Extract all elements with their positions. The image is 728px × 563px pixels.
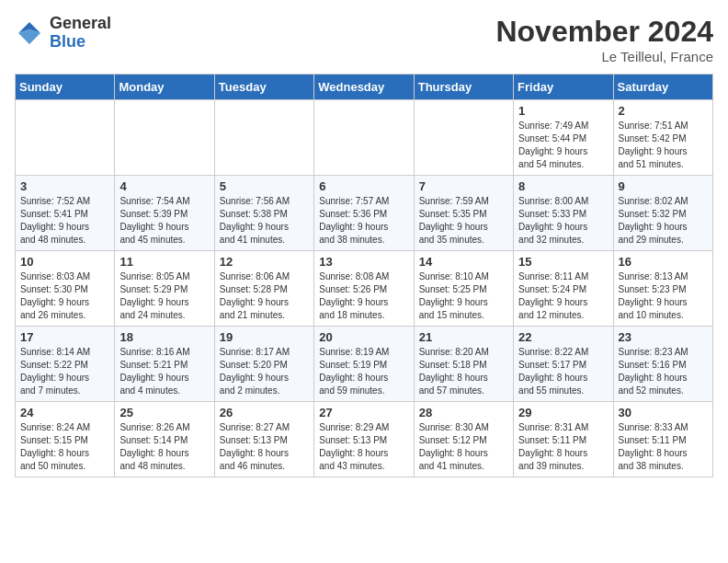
day-cell: 29Sunrise: 8:31 AM Sunset: 5:11 PM Dayli… — [514, 402, 613, 477]
day-cell: 11Sunrise: 8:05 AM Sunset: 5:29 PM Dayli… — [115, 251, 214, 327]
title-block: November 2024 Le Teilleul, France — [495, 15, 713, 64]
day-info: Sunrise: 8:10 AM Sunset: 5:25 PM Dayligh… — [419, 270, 508, 322]
day-number: 25 — [119, 406, 209, 419]
location: Le Teilleul, France — [495, 49, 713, 64]
day-number: 27 — [319, 406, 408, 419]
week-row-4: 17Sunrise: 8:14 AM Sunset: 5:22 PM Dayli… — [16, 327, 713, 402]
day-number: 15 — [518, 255, 608, 269]
day-cell — [214, 100, 313, 176]
day-info: Sunrise: 8:14 AM Sunset: 5:22 PM Dayligh… — [20, 346, 109, 397]
header-row: SundayMondayTuesdayWednesdayThursdayFrid… — [16, 75, 713, 100]
day-number: 17 — [20, 330, 109, 344]
day-number: 19 — [220, 330, 309, 344]
day-info: Sunrise: 8:05 AM Sunset: 5:29 PM Dayligh… — [119, 270, 209, 322]
logo: General Blue — [15, 15, 111, 52]
day-number: 20 — [319, 330, 408, 344]
day-cell: 6Sunrise: 7:57 AM Sunset: 5:36 PM Daylig… — [314, 176, 414, 251]
day-number: 18 — [119, 330, 209, 344]
day-number: 11 — [119, 255, 209, 269]
day-cell: 7Sunrise: 7:59 AM Sunset: 5:35 PM Daylig… — [414, 176, 513, 251]
day-cell: 16Sunrise: 8:13 AM Sunset: 5:23 PM Dayli… — [613, 251, 712, 327]
day-cell: 12Sunrise: 8:06 AM Sunset: 5:28 PM Dayli… — [214, 251, 313, 327]
day-cell: 17Sunrise: 8:14 AM Sunset: 5:22 PM Dayli… — [16, 327, 115, 402]
day-number: 2 — [619, 104, 708, 118]
header-cell-wednesday: Wednesday — [314, 75, 414, 100]
day-info: Sunrise: 8:33 AM Sunset: 5:11 PM Dayligh… — [619, 421, 708, 473]
day-number: 10 — [20, 255, 109, 269]
day-number: 23 — [619, 330, 708, 344]
header-cell-sunday: Sunday — [16, 75, 115, 100]
day-info: Sunrise: 8:31 AM Sunset: 5:11 PM Dayligh… — [518, 421, 608, 473]
day-info: Sunrise: 8:24 AM Sunset: 5:15 PM Dayligh… — [20, 421, 109, 473]
day-number: 28 — [419, 406, 508, 419]
day-info: Sunrise: 8:13 AM Sunset: 5:23 PM Dayligh… — [619, 270, 708, 322]
day-number: 29 — [518, 406, 608, 419]
header-cell-monday: Monday — [115, 75, 214, 100]
day-cell: 21Sunrise: 8:20 AM Sunset: 5:18 PM Dayli… — [414, 327, 513, 402]
day-cell: 15Sunrise: 8:11 AM Sunset: 5:24 PM Dayli… — [514, 251, 613, 327]
day-cell: 4Sunrise: 7:54 AM Sunset: 5:39 PM Daylig… — [115, 176, 214, 251]
day-info: Sunrise: 7:59 AM Sunset: 5:35 PM Dayligh… — [419, 195, 508, 247]
day-cell: 1Sunrise: 7:49 AM Sunset: 5:44 PM Daylig… — [514, 100, 613, 176]
day-info: Sunrise: 8:19 AM Sunset: 5:19 PM Dayligh… — [319, 346, 408, 397]
day-cell: 9Sunrise: 8:02 AM Sunset: 5:32 PM Daylig… — [613, 176, 712, 251]
day-number: 5 — [220, 179, 309, 193]
week-row-1: 1Sunrise: 7:49 AM Sunset: 5:44 PM Daylig… — [16, 100, 713, 176]
logo-general: General — [50, 14, 111, 32]
day-number: 16 — [619, 255, 708, 269]
calendar-table: SundayMondayTuesdayWednesdayThursdayFrid… — [15, 74, 713, 477]
day-info: Sunrise: 7:52 AM Sunset: 5:41 PM Dayligh… — [20, 195, 109, 247]
day-info: Sunrise: 7:54 AM Sunset: 5:39 PM Dayligh… — [119, 195, 209, 247]
day-info: Sunrise: 8:30 AM Sunset: 5:12 PM Dayligh… — [419, 421, 508, 473]
day-number: 21 — [419, 330, 508, 344]
day-info: Sunrise: 8:11 AM Sunset: 5:24 PM Dayligh… — [518, 270, 608, 322]
header-cell-tuesday: Tuesday — [214, 75, 313, 100]
day-cell — [115, 100, 214, 176]
day-cell: 22Sunrise: 8:22 AM Sunset: 5:17 PM Dayli… — [514, 327, 613, 402]
day-info: Sunrise: 8:17 AM Sunset: 5:20 PM Dayligh… — [220, 346, 309, 397]
day-info: Sunrise: 8:23 AM Sunset: 5:16 PM Dayligh… — [619, 346, 708, 397]
day-cell: 19Sunrise: 8:17 AM Sunset: 5:20 PM Dayli… — [214, 327, 313, 402]
header-cell-saturday: Saturday — [613, 75, 712, 100]
logo-icon — [15, 18, 44, 48]
day-info: Sunrise: 7:57 AM Sunset: 5:36 PM Dayligh… — [319, 195, 408, 247]
day-info: Sunrise: 8:02 AM Sunset: 5:32 PM Dayligh… — [619, 195, 708, 247]
day-number: 22 — [518, 330, 608, 344]
day-number: 30 — [619, 406, 708, 419]
day-cell: 28Sunrise: 8:30 AM Sunset: 5:12 PM Dayli… — [414, 402, 513, 477]
day-info: Sunrise: 8:20 AM Sunset: 5:18 PM Dayligh… — [419, 346, 508, 397]
day-number: 14 — [419, 255, 508, 269]
day-number: 1 — [518, 104, 608, 118]
day-info: Sunrise: 8:16 AM Sunset: 5:21 PM Dayligh… — [119, 346, 209, 397]
day-cell: 8Sunrise: 8:00 AM Sunset: 5:33 PM Daylig… — [514, 176, 613, 251]
day-info: Sunrise: 7:49 AM Sunset: 5:44 PM Dayligh… — [518, 120, 608, 171]
day-info: Sunrise: 8:22 AM Sunset: 5:17 PM Dayligh… — [518, 346, 608, 397]
day-info: Sunrise: 8:03 AM Sunset: 5:30 PM Dayligh… — [20, 270, 109, 322]
day-number: 26 — [220, 406, 309, 419]
day-number: 24 — [20, 406, 109, 419]
day-cell: 5Sunrise: 7:56 AM Sunset: 5:38 PM Daylig… — [214, 176, 313, 251]
day-info: Sunrise: 8:29 AM Sunset: 5:13 PM Dayligh… — [319, 421, 408, 473]
day-cell: 27Sunrise: 8:29 AM Sunset: 5:13 PM Dayli… — [314, 402, 414, 477]
day-info: Sunrise: 8:27 AM Sunset: 5:13 PM Dayligh… — [220, 421, 309, 473]
day-cell: 13Sunrise: 8:08 AM Sunset: 5:26 PM Dayli… — [314, 251, 414, 327]
day-info: Sunrise: 8:00 AM Sunset: 5:33 PM Dayligh… — [518, 195, 608, 247]
day-cell — [314, 100, 414, 176]
day-number: 9 — [619, 179, 708, 193]
day-number: 4 — [119, 179, 209, 193]
week-row-3: 10Sunrise: 8:03 AM Sunset: 5:30 PM Dayli… — [16, 251, 713, 327]
day-info: Sunrise: 7:51 AM Sunset: 5:42 PM Dayligh… — [619, 120, 708, 171]
day-cell: 14Sunrise: 8:10 AM Sunset: 5:25 PM Dayli… — [414, 251, 513, 327]
day-info: Sunrise: 8:26 AM Sunset: 5:14 PM Dayligh… — [119, 421, 209, 473]
day-info: Sunrise: 7:56 AM Sunset: 5:38 PM Dayligh… — [220, 195, 309, 247]
day-cell: 23Sunrise: 8:23 AM Sunset: 5:16 PM Dayli… — [613, 327, 712, 402]
day-cell: 30Sunrise: 8:33 AM Sunset: 5:11 PM Dayli… — [613, 402, 712, 477]
week-row-2: 3Sunrise: 7:52 AM Sunset: 5:41 PM Daylig… — [16, 176, 713, 251]
day-cell — [16, 100, 115, 176]
day-number: 12 — [220, 255, 309, 269]
day-info: Sunrise: 8:08 AM Sunset: 5:26 PM Dayligh… — [319, 270, 408, 322]
month-title: November 2024 — [495, 15, 713, 49]
page-header: General Blue November 2024 Le Teilleul, … — [15, 15, 713, 64]
day-cell: 2Sunrise: 7:51 AM Sunset: 5:42 PM Daylig… — [613, 100, 712, 176]
day-cell: 18Sunrise: 8:16 AM Sunset: 5:21 PM Dayli… — [115, 327, 214, 402]
